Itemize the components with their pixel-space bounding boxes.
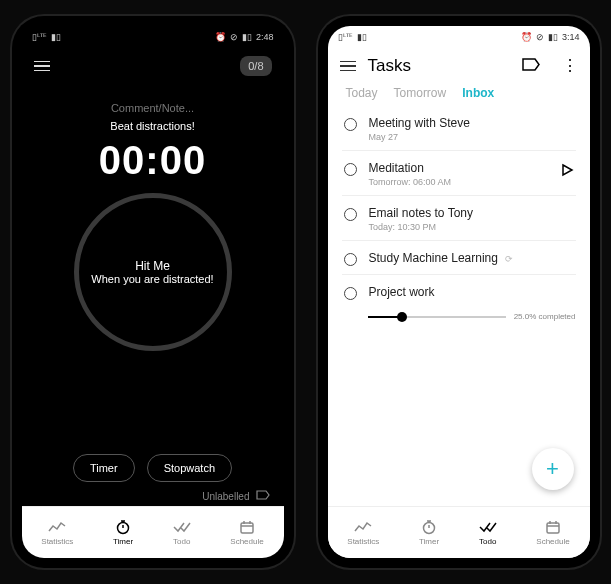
nav-schedule[interactable]: Schedule [230,519,263,546]
battery-icon: ▮▯ [548,32,558,42]
nav-label: Schedule [536,537,569,546]
nav-statistics[interactable]: Statistics [41,519,73,546]
bottom-nav: Statistics Timer Todo Schedule [22,506,284,558]
schedule-icon [546,519,560,535]
schedule-icon [240,519,254,535]
nav-label: Todo [479,537,496,546]
progress-slider[interactable] [368,316,506,318]
alarm-icon: ⏰ [215,32,226,42]
filter-tag-icon[interactable] [522,57,540,75]
add-task-fab[interactable]: + [532,448,574,490]
task-item[interactable]: Meditation Tomorrow: 06:00 AM [342,153,576,195]
menu-icon[interactable] [34,61,50,72]
timer-icon [115,519,131,535]
menu-icon[interactable] [340,61,356,72]
ring-text-2: When you are distracted! [91,273,213,285]
nav-label: Timer [113,537,133,546]
nav-label: Todo [173,537,190,546]
task-checkbox[interactable] [344,163,357,176]
nav-timer[interactable]: Timer [113,519,133,546]
page-title: Tasks [368,56,510,76]
task-title: Study Machine Learning ⟳ [369,251,574,265]
app-bar: 0/8 [22,48,284,84]
timer-mode-button[interactable]: Timer [73,454,135,482]
tab-inbox[interactable]: Inbox [462,86,494,100]
nav-timer[interactable]: Timer [419,519,439,546]
nav-label: Timer [419,537,439,546]
status-bar: ▯ᴸᵀᴱ ▮▯ ⏰ ⊘ ▮▯ 2:48 [22,26,284,48]
phone-left: ▯ᴸᵀᴱ ▮▯ ⏰ ⊘ ▮▯ 2:48 0/8 Comment/Note... … [12,16,294,568]
dnd-icon: ⊘ [230,32,238,42]
task-checkbox[interactable] [344,287,357,300]
timer-screen: ▯ᴸᵀᴱ ▮▯ ⏰ ⊘ ▮▯ 2:48 0/8 Comment/Note... … [22,26,284,558]
nav-schedule[interactable]: Schedule [536,519,569,546]
nav-label: Statistics [347,537,379,546]
more-icon[interactable]: ⋮ [562,58,578,74]
label-text: Unlabelled [202,491,249,502]
task-checkbox[interactable] [344,118,357,131]
status-right: ⏰ ⊘ ▮▯ 2:48 [215,32,274,42]
timer-icon [421,519,437,535]
comment-input[interactable]: Comment/Note... [111,102,194,114]
tab-today[interactable]: Today [346,86,378,100]
task-item[interactable]: Study Machine Learning ⟳ [342,243,576,274]
task-item[interactable]: Project work [342,277,576,308]
task-checkbox[interactable] [344,253,357,266]
status-time: 3:14 [562,32,580,42]
session-counter[interactable]: 0/8 [240,56,271,76]
ring-text-1: Hit Me [135,259,170,273]
todo-icon [173,519,191,535]
task-subtitle: Today: 10:30 PM [369,222,574,232]
task-title: Meditation [369,161,548,175]
status-left: ▯ᴸᵀᴱ ▮▯ [338,32,367,42]
bottom-nav: Statistics Timer Todo Schedule [328,506,590,558]
status-bar: ▯ᴸᵀᴱ ▮▯ ⏰ ⊘ ▮▯ 3:14 [328,26,590,48]
svg-rect-3 [547,523,559,533]
task-title: Email notes to Tony [369,206,574,220]
task-tabs: Today Tomorrow Inbox [328,84,590,108]
task-checkbox[interactable] [344,208,357,221]
task-title: Project work [369,285,574,299]
play-icon[interactable] [560,163,574,181]
progress-label: 25.0% completed [514,312,576,321]
nav-label: Schedule [230,537,263,546]
tag-icon [256,490,270,502]
task-title: Meeting with Steve [369,116,574,130]
subtitle-text: Beat distractions! [110,120,194,132]
volte-icon: ▯ᴸᵀᴱ [338,32,353,42]
alarm-icon: ⏰ [521,32,532,42]
status-left: ▯ᴸᵀᴱ ▮▯ [32,32,61,42]
signal-icon: ▮▯ [357,32,367,42]
nav-todo[interactable]: Todo [479,519,497,546]
task-item[interactable]: Email notes to Tony Today: 10:30 PM [342,198,576,240]
app-bar: Tasks ⋮ [328,48,590,84]
nav-todo[interactable]: Todo [173,519,191,546]
dnd-icon: ⊘ [536,32,544,42]
mode-toggle: Timer Stopwatch [73,454,232,482]
task-item[interactable]: Meeting with Steve May 27 [342,108,576,150]
repeat-icon: ⟳ [505,254,513,264]
status-time: 2:48 [256,32,274,42]
volte-icon: ▯ᴸᵀᴱ [32,32,47,42]
task-list: Meeting with Steve May 27 Meditation Tom… [328,108,590,506]
hit-me-button[interactable]: Hit Me When you are distracted! [74,193,232,351]
status-right: ⏰ ⊘ ▮▯ 3:14 [521,32,580,42]
stopwatch-mode-button[interactable]: Stopwatch [147,454,232,482]
task-subtitle: Tomorrow: 06:00 AM [369,177,548,187]
nav-label: Statistics [41,537,73,546]
tab-tomorrow[interactable]: Tomorrow [394,86,447,100]
statistics-icon [48,519,66,535]
signal-icon: ▮▯ [51,32,61,42]
task-subtitle: May 27 [369,132,574,142]
nav-statistics[interactable]: Statistics [347,519,379,546]
todo-icon [479,519,497,535]
progress-row: 25.0% completed [342,308,576,329]
timer-body: Comment/Note... Beat distractions! 00:00… [22,84,284,506]
timer-display: 00:00 [99,138,206,183]
phone-right: ▯ᴸᵀᴱ ▮▯ ⏰ ⊘ ▮▯ 3:14 Tasks ⋮ Today Tomorr… [318,16,600,568]
label-selector[interactable]: Unlabelled [202,490,269,502]
statistics-icon [354,519,372,535]
svg-rect-1 [241,523,253,533]
tasks-screen: ▯ᴸᵀᴱ ▮▯ ⏰ ⊘ ▮▯ 3:14 Tasks ⋮ Today Tomorr… [328,26,590,558]
battery-icon: ▮▯ [242,32,252,42]
